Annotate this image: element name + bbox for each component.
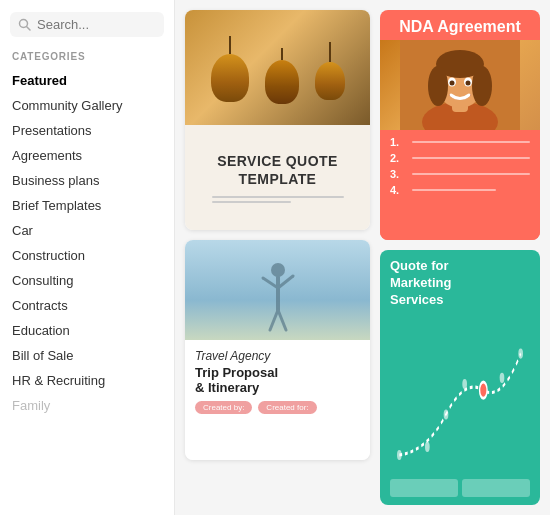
search-box[interactable] (10, 12, 164, 37)
sidebar-item-car[interactable]: Car (0, 218, 174, 243)
quote-footer-prepared-by (462, 479, 530, 497)
sidebar-item-presentations[interactable]: Presentations (0, 118, 174, 143)
svg-line-6 (270, 310, 278, 330)
center-column: SERVICE QUOTETEMPLATE (185, 10, 370, 505)
sidebar-item-education[interactable]: Education (0, 318, 174, 343)
travel-title-italic: Travel Agency (195, 348, 360, 365)
travel-footer: Created by: Created for: (195, 401, 360, 414)
travel-image (185, 240, 370, 340)
svg-point-19 (480, 382, 487, 398)
svg-point-25 (518, 348, 523, 358)
created-for-badge: Created for: (258, 401, 316, 414)
svg-point-24 (500, 373, 505, 383)
main-content: SERVICE QUOTETEMPLATE (175, 0, 550, 515)
sidebar-item-featured[interactable]: Featured (0, 68, 174, 93)
quote-footer (390, 479, 530, 497)
nda-title: NDA Agreement (390, 18, 530, 36)
travel-card[interactable]: Travel Agency Trip Proposal& Itinerary C… (185, 240, 370, 460)
quote-chart (390, 313, 530, 475)
search-input[interactable] (37, 17, 156, 32)
nda-card[interactable]: NDA Agreement (380, 10, 540, 240)
svg-point-13 (428, 66, 448, 106)
created-by-badge: Created by: (195, 401, 252, 414)
sidebar-item-consulting[interactable]: Consulting (0, 268, 174, 293)
svg-line-4 (263, 278, 278, 288)
divider-line-2 (212, 201, 291, 203)
svg-point-21 (425, 442, 430, 452)
sidebar-item-brief-templates[interactable]: Brief Templates (0, 193, 174, 218)
right-column: NDA Agreement (380, 10, 540, 505)
sidebar-item-family: Family (0, 393, 174, 418)
nda-list-item-3: 3. (390, 168, 530, 180)
quote-marketing-title: Quote forMarketingServices (390, 258, 530, 309)
sidebar-item-contracts[interactable]: Contracts (0, 293, 174, 318)
figure-icon (258, 260, 298, 335)
sidebar-item-bill-of-sale[interactable]: Bill of Sale (0, 343, 174, 368)
sidebar-item-community-gallery[interactable]: Community Gallery (0, 93, 174, 118)
sidebar-item-agreements[interactable]: Agreements (0, 143, 174, 168)
travel-body: Travel Agency Trip Proposal& Itinerary C… (185, 340, 370, 460)
nda-body: 1. 2. 3. 4. (380, 130, 540, 240)
service-quote-title: SERVICE QUOTETEMPLATE (217, 152, 337, 188)
travel-title-main: Trip Proposal& Itinerary (195, 365, 360, 395)
service-quote-card[interactable]: SERVICE QUOTETEMPLATE (185, 10, 370, 230)
svg-point-23 (462, 379, 467, 389)
service-quote-body: SERVICE QUOTETEMPLATE (185, 125, 370, 230)
nda-list-item-4: 4. (390, 184, 530, 196)
svg-line-7 (278, 310, 286, 330)
divider-line-1 (212, 196, 344, 198)
sidebar-item-hr-recruiting[interactable]: HR & Recruiting (0, 368, 174, 393)
svg-line-5 (278, 276, 293, 288)
svg-line-1 (27, 27, 31, 31)
woman-illustration (400, 40, 520, 130)
nda-header: NDA Agreement (380, 10, 540, 40)
categories-label: CATEGORIES (0, 51, 174, 68)
svg-point-18 (466, 81, 471, 86)
svg-point-2 (271, 263, 285, 277)
sidebar: CATEGORIES Featured Community Gallery Pr… (0, 0, 175, 515)
sidebar-item-construction[interactable]: Construction (0, 243, 174, 268)
svg-point-14 (472, 66, 492, 106)
sidebar-item-business-plans[interactable]: Business plans (0, 168, 174, 193)
svg-point-22 (444, 409, 449, 419)
service-quote-image (185, 10, 370, 125)
quote-footer-prepared-for (390, 479, 458, 497)
svg-point-20 (397, 450, 402, 460)
nda-list-item-1: 1. (390, 136, 530, 148)
quote-marketing-card[interactable]: Quote forMarketingServices (380, 250, 540, 505)
nda-list-item-2: 2. (390, 152, 530, 164)
nda-photo (380, 40, 540, 130)
svg-point-17 (450, 81, 455, 86)
search-icon (18, 18, 31, 31)
